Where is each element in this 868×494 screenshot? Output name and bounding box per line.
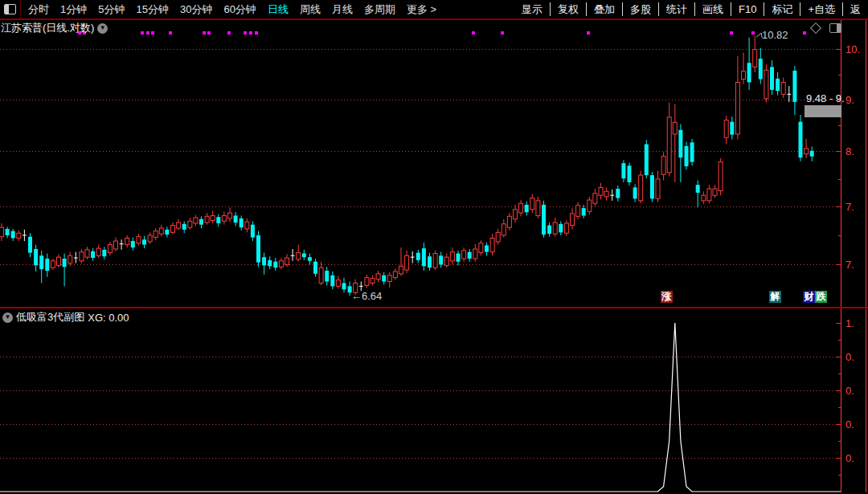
price-axis-label: 10. xyxy=(845,44,860,55)
toolbar-button-画线[interactable]: 画线 xyxy=(694,2,731,16)
period-tab-月线[interactable]: 月线 xyxy=(328,2,357,17)
chevron-down-icon[interactable]: ▼ xyxy=(2,312,13,323)
signal-marker-跌: 跌 xyxy=(815,291,827,303)
price-axis-label: 9. xyxy=(845,95,854,106)
toolbar-button-标记[interactable]: 标记 xyxy=(764,2,800,16)
toolbar-actions: 显示复权叠加多股统计画线F10标记+自选返 xyxy=(514,0,868,18)
toolbar-button-多股[interactable]: 多股 xyxy=(622,2,658,16)
low-price-annotation: ←6.64 xyxy=(351,290,382,302)
indicator-axis-label: 0. xyxy=(845,419,854,431)
period-tab-5分钟[interactable]: 5分钟 xyxy=(94,2,129,17)
signal-marker-财: 财 xyxy=(803,291,815,303)
period-tab-更多 >[interactable]: 更多 > xyxy=(403,2,440,17)
period-toolbar: 分时1分钟5分钟15分钟30分钟60分钟日线周线月线多周期更多 > 显示复权叠加… xyxy=(0,0,868,20)
toolbar-button-叠加[interactable]: 叠加 xyxy=(586,2,622,16)
period-tab-分时[interactable]: 分时 xyxy=(24,2,53,17)
indicator-title: 低吸富3代副图 xyxy=(16,310,84,325)
toolbar-button-F10[interactable]: F10 xyxy=(731,2,764,16)
panel-divider[interactable] xyxy=(0,307,868,308)
window-split-icon[interactable] xyxy=(4,4,16,14)
period-tab-1分钟[interactable]: 1分钟 xyxy=(56,2,91,17)
toolbar-button-+自选[interactable]: +自选 xyxy=(800,2,842,16)
stock-title: 江苏索普(日线.对数) xyxy=(1,21,94,35)
toolbar-button-显示[interactable]: 显示 xyxy=(514,2,550,16)
toolbar-button-统计[interactable]: 统计 xyxy=(658,2,694,16)
price-axis-label: 7. xyxy=(845,202,854,213)
period-tabs: 分时1分钟5分钟15分钟30分钟60分钟日线周线月线多周期更多 > xyxy=(21,0,440,18)
trading-app-window: 分时1分钟5分钟15分钟30分钟60分钟日线周线月线多周期更多 > 显示复权叠加… xyxy=(0,0,868,494)
price-axis-label: 7. xyxy=(845,259,854,271)
period-tab-15分钟[interactable]: 15分钟 xyxy=(132,2,172,17)
price-axis-label: 8. xyxy=(845,146,854,157)
signal-marker-解: 解 xyxy=(769,291,781,303)
toolbar-button-复权[interactable]: 复权 xyxy=(550,2,586,16)
panel-layout-icon[interactable] xyxy=(829,23,841,33)
period-tab-日线[interactable]: 日线 xyxy=(264,2,293,17)
indicator-axis-label: 0. xyxy=(845,453,854,464)
period-tab-多周期[interactable]: 多周期 xyxy=(360,2,399,17)
chevron-down-icon[interactable]: ▼ xyxy=(97,23,108,34)
indicator-axis-label: 0. xyxy=(845,386,854,397)
toolbar-button-返[interactable]: 返 xyxy=(842,2,868,16)
main-chart-header: 江苏索普(日线.对数) ▼ xyxy=(1,21,108,35)
sub-chart-header: ▼ 低吸富3代副图 XG: 0.00 xyxy=(2,310,129,325)
period-tab-60分钟[interactable]: 60分钟 xyxy=(219,2,260,17)
period-tab-30分钟[interactable]: 30分钟 xyxy=(176,2,216,17)
gap-marker-box xyxy=(805,105,841,117)
candlestick-chart[interactable] xyxy=(0,0,868,494)
period-tab-周线[interactable]: 周线 xyxy=(296,2,325,17)
indicator-value: XG: 0.00 xyxy=(88,312,129,324)
signal-marker-涨: 涨 xyxy=(661,291,673,303)
high-price-annotation: 10.82 xyxy=(762,29,788,41)
indicator-axis-label: 0. xyxy=(845,352,854,363)
gap-price-annotation: 9.48 - 9. xyxy=(806,92,845,104)
indicator-axis-label: 1. xyxy=(845,318,854,329)
